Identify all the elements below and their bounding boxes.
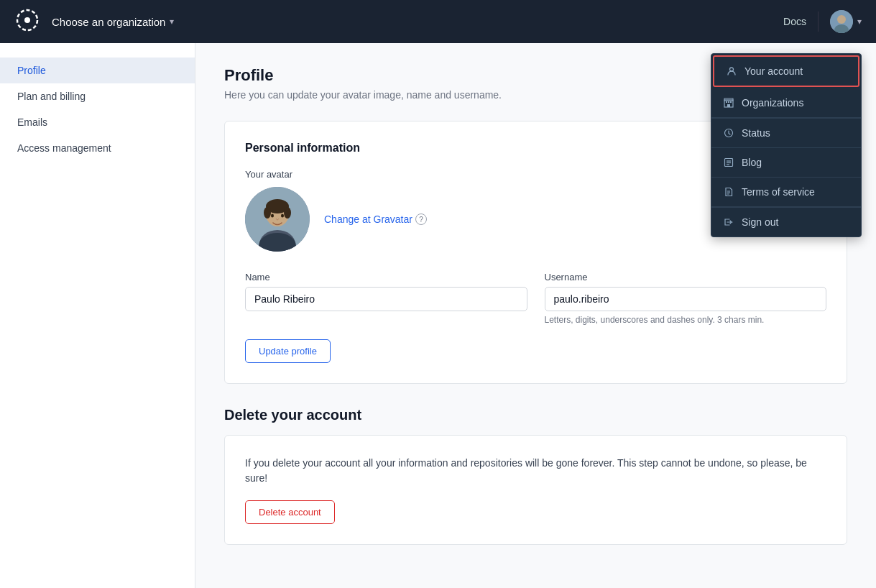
- help-icon[interactable]: ?: [415, 213, 427, 225]
- dropdown-signout-label: Sign out: [742, 216, 778, 228]
- dropdown-terms-label: Terms of service: [742, 186, 815, 198]
- delete-account-card: If you delete your account all your info…: [224, 435, 847, 545]
- svg-point-27: [271, 214, 274, 218]
- docs-link[interactable]: Docs: [783, 16, 806, 27]
- name-group: Name: [245, 272, 527, 325]
- delete-account-section: Delete your account If you delete your a…: [224, 407, 847, 545]
- dropdown-item-terms[interactable]: Terms of service: [711, 178, 861, 207]
- user-dropdown-menu: Your account Organizatio: [711, 53, 862, 237]
- dropdown-blog-label: Blog: [742, 157, 762, 168]
- svg-point-3: [837, 15, 846, 24]
- org-selector[interactable]: Choose an organization ▾: [52, 16, 174, 28]
- username-input[interactable]: [545, 287, 827, 311]
- blog-icon: [723, 157, 734, 168]
- username-hint: Letters, digits, underscores and dashes …: [545, 315, 827, 325]
- sidebar: Profile Plan and billing Emails Access m…: [0, 43, 195, 588]
- delete-section-title: Delete your account: [224, 407, 847, 423]
- svg-point-25: [264, 207, 271, 219]
- avatar: [830, 10, 853, 33]
- delete-warning-text: If you delete your account all your info…: [245, 456, 826, 486]
- building-icon: [723, 97, 734, 109]
- name-input[interactable]: [245, 287, 527, 311]
- user-menu-area: ▾ Your account: [830, 10, 862, 33]
- dropdown-your-account-label: Your account: [744, 65, 803, 77]
- org-chevron-icon: ▾: [170, 17, 174, 27]
- sidebar-item-emails[interactable]: Emails: [0, 109, 195, 135]
- nav-divider: [818, 12, 819, 32]
- svg-point-5: [730, 68, 734, 71]
- logo[interactable]: [14, 7, 52, 36]
- status-icon: [723, 127, 734, 139]
- gravatar-link-area: Change at Gravatar ?: [324, 213, 427, 225]
- sidebar-item-plan-billing[interactable]: Plan and billing: [0, 83, 195, 109]
- svg-rect-7: [726, 101, 727, 103]
- name-label: Name: [245, 272, 527, 282]
- user-avatar-button[interactable]: ▾: [830, 10, 862, 33]
- username-label: Username: [545, 272, 827, 282]
- person-icon: [726, 65, 737, 77]
- change-gravatar-link[interactable]: Change at Gravatar ?: [324, 213, 427, 225]
- username-group: Username Letters, digits, underscores an…: [545, 272, 827, 325]
- dropdown-item-organizations[interactable]: Organizations: [711, 88, 861, 118]
- dropdown-status-label: Status: [742, 127, 770, 139]
- dropdown-item-your-account[interactable]: Your account: [713, 55, 859, 87]
- delete-account-button[interactable]: Delete account: [245, 500, 335, 524]
- sidebar-item-access-management[interactable]: Access management: [0, 135, 195, 161]
- svg-point-1: [24, 17, 30, 23]
- svg-point-26: [284, 207, 291, 219]
- sidebar-item-profile[interactable]: Profile: [0, 58, 195, 83]
- svg-rect-9: [730, 101, 732, 103]
- svg-rect-8: [728, 101, 729, 103]
- update-profile-button[interactable]: Update profile: [245, 339, 331, 363]
- dropdown-organizations-label: Organizations: [742, 97, 803, 109]
- dropdown-item-blog[interactable]: Blog: [711, 148, 861, 178]
- signout-icon: [723, 216, 734, 228]
- dropdown-item-status[interactable]: Status: [711, 119, 861, 148]
- user-chevron-icon: ▾: [857, 17, 862, 27]
- dropdown-item-signout[interactable]: Sign out: [711, 208, 861, 236]
- topnav: Choose an organization ▾ Docs ▾: [0, 0, 876, 43]
- name-username-row: Name Username Letters, digits, underscor…: [245, 272, 826, 325]
- topnav-right: Docs ▾: [783, 10, 862, 33]
- org-label: Choose an organization: [52, 16, 165, 28]
- svg-rect-10: [727, 104, 730, 107]
- terms-icon: [723, 186, 734, 198]
- svg-point-28: [281, 214, 284, 218]
- profile-avatar: [245, 187, 310, 252]
